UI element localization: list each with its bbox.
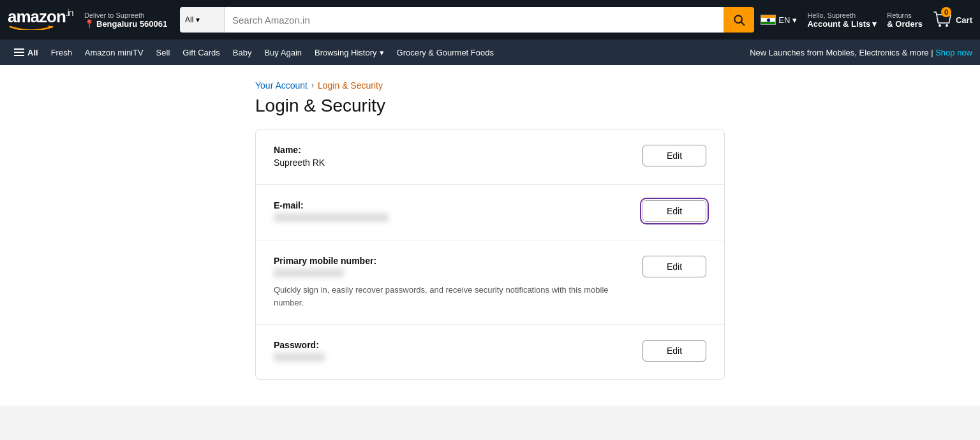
header: amazon.in Deliver to Supreeth 📍 Bengalur… <box>0 0 980 40</box>
account-chevron: ▾ <box>872 19 877 29</box>
header-right: EN ▾ Hello, Supreeth Account & Lists ▾ R… <box>761 10 972 30</box>
password-info: Password: <box>274 340 630 364</box>
chevron-down-icon: ▾ <box>196 15 200 24</box>
logo-suffix: .in <box>66 8 73 18</box>
password-label: Password: <box>274 340 630 350</box>
email-blurred <box>274 213 389 222</box>
cart-icon-wrap: 0 <box>933 10 953 30</box>
email-value <box>274 213 630 223</box>
nav-sell[interactable]: Sell <box>150 40 177 65</box>
mobile-description: Quickly sign in, easily recover password… <box>274 284 630 309</box>
browsing-history-chevron: ▾ <box>380 48 384 57</box>
search-category-select[interactable]: All ▾ <box>180 7 225 33</box>
mobile-label: Primary mobile number: <box>274 256 630 266</box>
svg-line-2 <box>741 22 745 26</box>
name-label: Name: <box>274 145 630 155</box>
cart-label: Cart <box>956 15 972 25</box>
password-value <box>274 353 630 363</box>
page-title: Login & Security <box>255 96 725 116</box>
nav-browsing-history[interactable]: Browsing History ▾ <box>308 40 390 65</box>
account-label: Account & Lists ▾ <box>807 19 877 29</box>
nav-baby[interactable]: Baby <box>226 40 258 65</box>
promo-banner: New Launches from Mobiles, Electronics &… <box>750 48 972 57</box>
email-edit-button[interactable]: Edit <box>642 200 706 222</box>
breadcrumb-account-link[interactable]: Your Account <box>255 80 308 91</box>
email-info: E-mail: <box>274 200 630 224</box>
search-button[interactable] <box>724 7 754 33</box>
all-label: All <box>27 48 38 57</box>
cart-area[interactable]: 0 Cart <box>933 10 972 30</box>
deliver-location: 📍 Bengaluru 560061 <box>84 19 174 29</box>
email-row: E-mail: Edit <box>256 185 724 240</box>
pin-icon: 📍 <box>84 19 94 29</box>
nav-minitv[interactable]: Amazon miniTV <box>78 40 150 65</box>
lang-chevron: ▾ <box>792 15 797 25</box>
password-action: Edit <box>630 340 706 362</box>
nav-all-button[interactable]: All <box>8 40 45 65</box>
navbar: All Fresh Amazon miniTV Sell Gift Cards … <box>0 40 980 65</box>
breadcrumb-current: Login & Security <box>318 80 383 91</box>
lang-label: EN <box>778 15 790 25</box>
mobile-info: Primary mobile number: Quickly sign in, … <box>274 256 630 309</box>
name-action: Edit <box>630 145 706 166</box>
amazon-logo[interactable]: amazon.in <box>8 8 78 31</box>
security-card: Name: Supreeth RK Edit E-mail: Edit <box>255 129 725 380</box>
svg-point-3 <box>939 24 941 27</box>
password-row: Password: Edit <box>256 325 724 379</box>
mobile-row: Primary mobile number: Quickly sign in, … <box>256 240 724 325</box>
email-label: E-mail: <box>274 200 630 210</box>
nav-grocery[interactable]: Grocery & Gourmet Foods <box>390 40 500 65</box>
returns-label: Returns <box>887 11 923 19</box>
main-content: Your Account › Login & Security Login & … <box>0 65 980 406</box>
deliver-area[interactable]: Deliver to Supreeth 📍 Bengaluru 560061 <box>84 11 174 29</box>
mobile-action: Edit <box>630 256 706 277</box>
hamburger-icon <box>14 48 24 56</box>
account-area[interactable]: Hello, Supreeth Account & Lists ▾ <box>807 11 877 29</box>
orders-label: & Orders <box>887 19 923 29</box>
mobile-blurred <box>274 268 344 277</box>
shop-now-link[interactable]: Shop now <box>935 48 972 57</box>
cart-count: 0 <box>941 7 951 17</box>
breadcrumb-separator: › <box>311 81 314 90</box>
nav-fresh[interactable]: Fresh <box>45 40 78 65</box>
india-flag <box>761 15 776 25</box>
returns-area[interactable]: Returns & Orders <box>887 11 923 29</box>
search-icon <box>732 13 745 26</box>
password-blurred <box>274 353 325 362</box>
search-category-label: All <box>185 15 193 24</box>
mobile-edit-button[interactable]: Edit <box>642 256 706 277</box>
name-info: Name: Supreeth RK <box>274 145 630 169</box>
nav-gift-cards[interactable]: Gift Cards <box>176 40 226 65</box>
logo-smile <box>9 24 54 31</box>
name-edit-button[interactable]: Edit <box>642 145 706 166</box>
breadcrumb: Your Account › Login & Security <box>255 71 725 96</box>
mobile-value <box>274 268 630 279</box>
search-input[interactable] <box>225 7 724 33</box>
name-value: Supreeth RK <box>274 158 630 168</box>
email-action: Edit <box>630 200 706 222</box>
search-bar: All ▾ <box>180 7 754 33</box>
svg-point-4 <box>946 24 948 27</box>
name-row: Name: Supreeth RK Edit <box>256 129 724 185</box>
password-edit-button[interactable]: Edit <box>642 340 706 362</box>
language-selector[interactable]: EN ▾ <box>761 15 797 25</box>
deliver-label: Deliver to Supreeth <box>84 11 174 19</box>
hello-text: Hello, Supreeth <box>807 11 877 19</box>
nav-buy-again[interactable]: Buy Again <box>258 40 308 65</box>
